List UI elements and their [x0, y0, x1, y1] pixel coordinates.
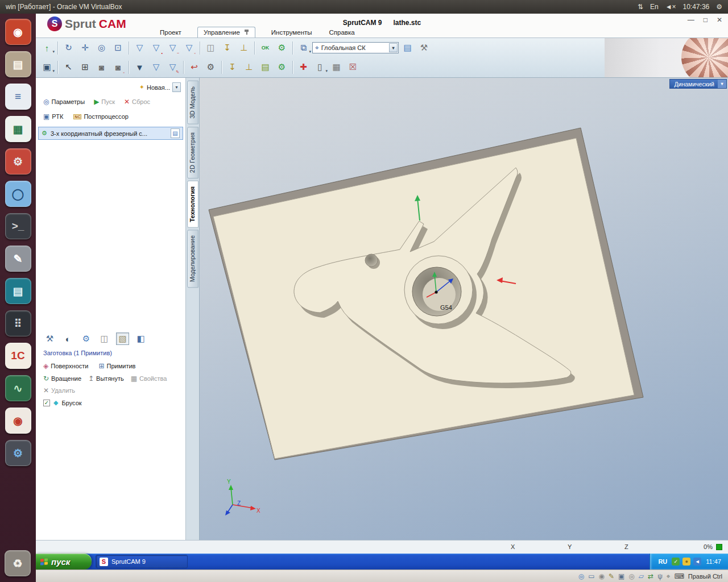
- toolpath-button[interactable]: ⊥: [241, 60, 257, 74]
- operation-list-item[interactable]: ⚙ 3-х координатный фрезерный с... ▤: [38, 127, 183, 140]
- keyboard-io-icon[interactable]: ⇅: [638, 3, 643, 11]
- new-operation-button[interactable]: Новая...: [147, 84, 170, 91]
- launcher-tweaks[interactable]: ⚙: [5, 440, 31, 466]
- operation-curve-button[interactable]: ▽~: [165, 40, 180, 55]
- tab-3d-model[interactable]: 3D Модель: [187, 81, 198, 124]
- cd-icon[interactable]: ◎: [628, 572, 634, 580]
- rotate-view-button[interactable]: ↻: [61, 40, 76, 55]
- simulate-button[interactable]: ⚙: [274, 60, 289, 74]
- chevron-down-icon[interactable]: ▾: [52, 49, 55, 54]
- parameters-button[interactable]: ◎ Параметры: [43, 98, 85, 106]
- restore-button[interactable]: □: [704, 16, 708, 24]
- launcher-media[interactable]: ◉: [5, 408, 31, 434]
- workpiece-machine-button[interactable]: ⚒: [43, 332, 56, 345]
- close-button[interactable]: ✕: [717, 16, 722, 24]
- part-ok-button[interactable]: OK: [258, 40, 273, 55]
- workpiece-solid-button[interactable]: ◧: [134, 332, 147, 345]
- export-image-button[interactable]: ▦: [329, 60, 344, 74]
- capture-region-button[interactable]: ◙▫: [110, 60, 126, 74]
- spindle-button[interactable]: ↧: [225, 60, 240, 74]
- operation-doc-icon[interactable]: ▤: [171, 128, 180, 138]
- tray-clock[interactable]: 11:47: [706, 558, 721, 565]
- launcher-calculator[interactable]: ⠿: [5, 310, 31, 336]
- host-clock[interactable]: 10:47:36: [683, 3, 710, 11]
- delete-button[interactable]: ✕ Удалить: [43, 386, 75, 394]
- network-icon[interactable]: ⇄: [648, 572, 653, 580]
- menu-help[interactable]: Справка: [328, 27, 356, 38]
- launcher-spreadsheet[interactable]: ▦: [5, 116, 31, 142]
- operation-point-button[interactable]: ▽•: [148, 40, 164, 55]
- keyboard-icon[interactable]: ⌨: [674, 572, 684, 580]
- menu-tools[interactable]: Инструменты: [270, 27, 313, 38]
- taskbar-task-sprutcam[interactable]: S SprutCAM 9: [96, 555, 188, 568]
- launcher-terminal[interactable]: >_: [5, 213, 31, 239]
- undo-button[interactable]: ↩: [187, 60, 202, 74]
- machine-setup-button[interactable]: ⚙: [274, 40, 289, 55]
- usb-icon[interactable]: ψ: [657, 572, 663, 580]
- tab-simulation[interactable]: Моделирование: [187, 230, 198, 288]
- transform-button[interactable]: ✚: [296, 60, 311, 74]
- zoom-view-button[interactable]: ◎: [94, 40, 109, 55]
- new-operation-dropdown[interactable]: ▾: [172, 82, 181, 92]
- shared-folder-icon[interactable]: ▱: [639, 572, 644, 580]
- tray-language-indicator[interactable]: RU: [658, 558, 667, 565]
- chevron-down-icon[interactable]: ▾: [325, 69, 328, 73]
- launcher-notes[interactable]: ✎: [5, 246, 31, 272]
- funnel-button[interactable]: ▽: [148, 60, 164, 74]
- new-doc-button[interactable]: ▯▾: [312, 60, 328, 74]
- fit-view-button[interactable]: ⊡: [110, 40, 126, 55]
- workpiece-cylinder-button[interactable]: ◫: [98, 332, 111, 345]
- open-model-button[interactable]: ↑▾: [39, 40, 55, 55]
- machine-gear-button[interactable]: ⚙: [203, 60, 218, 74]
- launcher-browser[interactable]: ◯: [5, 181, 31, 207]
- brusok-checkbox[interactable]: ✓: [43, 400, 50, 406]
- minimize-button[interactable]: —: [688, 16, 694, 24]
- gcode-button[interactable]: ▤: [258, 60, 273, 74]
- launcher-system-monitor[interactable]: ∿: [5, 375, 31, 401]
- workpiece-title[interactable]: Заготовка (1 Примитив): [43, 350, 112, 356]
- reset-button[interactable]: ✕ Сброс: [124, 98, 150, 106]
- launcher-trash[interactable]: ♻: [5, 550, 31, 576]
- volume-tray-icon[interactable]: ◄: [693, 558, 701, 566]
- postprocessor-button[interactable]: NC Постпроцессор: [73, 113, 129, 120]
- view-mode-combo[interactable]: Динамический ▾: [669, 79, 727, 89]
- surfaces-button[interactable]: ◈ Поверхности: [43, 362, 88, 370]
- viewport-3d[interactable]: G54 Y X Z Динамический ▾: [199, 78, 728, 540]
- funnel-active-button[interactable]: ▼: [132, 60, 147, 74]
- rtk-button[interactable]: ▣ РТК: [43, 113, 63, 120]
- mouse-integration-icon[interactable]: ⌖: [667, 572, 671, 580]
- mute-speaker-icon[interactable]: ◄×: [665, 3, 676, 11]
- hdd-icon[interactable]: ▣: [618, 572, 624, 580]
- screen-size-icon[interactable]: ▭: [588, 572, 594, 580]
- menu-project[interactable]: Проект: [159, 27, 183, 38]
- hammer-button[interactable]: ⚒: [416, 40, 432, 55]
- tab-2d-geometry[interactable]: 2D Геометрия: [187, 127, 198, 178]
- tool-holder-button[interactable]: ⊥: [236, 40, 251, 55]
- select-button[interactable]: ↖: [61, 60, 76, 74]
- operation-box-button[interactable]: ▽▫: [181, 40, 197, 55]
- launcher-docs[interactable]: ▤: [5, 278, 31, 304]
- launcher-system-settings[interactable]: ⚙: [5, 148, 31, 174]
- chevron-down-icon[interactable]: ▾: [718, 80, 726, 88]
- properties-button[interactable]: ▦ Свойства: [131, 375, 167, 383]
- delete-table-button[interactable]: ☒: [345, 60, 361, 74]
- workpiece-settings-button[interactable]: ⚙: [80, 332, 93, 345]
- app-tray-icon[interactable]: ●: [682, 558, 690, 566]
- launcher-1c[interactable]: 1С: [5, 343, 31, 369]
- language-indicator[interactable]: En: [650, 3, 659, 11]
- pan-view-button[interactable]: ✛: [77, 40, 93, 55]
- tab-technology[interactable]: Технология: [187, 181, 198, 228]
- workpiece-shaded-button[interactable]: ◐: [61, 332, 75, 345]
- security-tray-icon[interactable]: ✓: [672, 558, 680, 566]
- save-project-button[interactable]: ▣▾: [39, 60, 55, 74]
- funnel-edit-button[interactable]: ▽✎: [165, 60, 180, 74]
- start-button[interactable]: пуск: [36, 554, 92, 569]
- menu-control[interactable]: Управление: [197, 27, 255, 38]
- cs-combo[interactable]: ⌖Глобальная СК▾: [312, 42, 399, 53]
- chevron-down-icon[interactable]: ▾: [309, 49, 311, 54]
- workpiece-box-button[interactable]: ▧: [116, 332, 129, 345]
- viewport-scene[interactable]: G54 Y X Z: [200, 78, 728, 540]
- rotation-button[interactable]: ↻ Вращение: [43, 375, 81, 383]
- edit-icon[interactable]: ✎: [609, 572, 614, 580]
- material-button[interactable]: ▤: [400, 40, 415, 55]
